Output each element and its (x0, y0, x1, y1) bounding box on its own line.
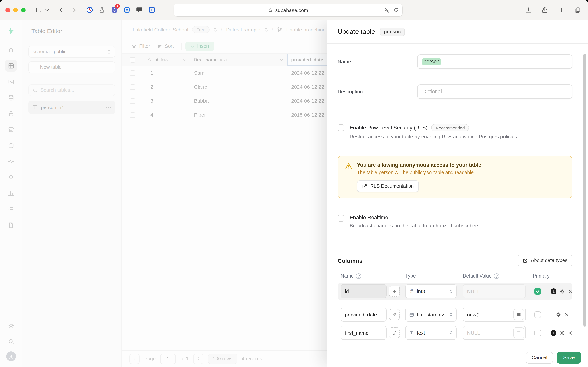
column-header-id[interactable]: id int8 (143, 54, 190, 66)
select-all-checkbox[interactable] (130, 57, 135, 62)
row-checkbox[interactable] (130, 70, 135, 76)
nav-api-docs-icon[interactable] (5, 219, 17, 231)
extension-target-icon[interactable] (123, 6, 131, 14)
command-search-icon[interactable] (5, 335, 17, 347)
search-tables-input[interactable] (41, 87, 111, 93)
reload-icon[interactable] (393, 7, 399, 13)
tab-overview-icon[interactable] (572, 5, 583, 15)
close-window-button[interactable] (5, 8, 10, 12)
column-type-select[interactable]: timestamptz (405, 308, 457, 322)
foreign-key-link-icon[interactable] (389, 286, 400, 297)
remove-column-icon[interactable] (568, 289, 573, 294)
realtime-label[interactable]: Enable Realtime (350, 215, 388, 220)
default-value-menu-icon[interactable] (513, 309, 524, 320)
share-icon[interactable] (540, 5, 550, 15)
sidebar-toggle-icon[interactable] (34, 5, 43, 15)
settings-gear-icon[interactable] (5, 320, 17, 331)
chevron-down-icon[interactable] (182, 58, 186, 61)
table-name-input[interactable]: person (417, 54, 572, 69)
rls-documentation-button[interactable]: RLS Documentation (357, 180, 419, 192)
foreign-key-link-icon[interactable] (389, 309, 400, 320)
insert-button[interactable]: Insert (185, 42, 214, 51)
about-data-types-button[interactable]: About data types (518, 255, 572, 266)
extension-chat-icon[interactable] (135, 6, 143, 14)
extension-box-icon[interactable]: ♥ (110, 6, 118, 14)
nav-home-icon[interactable] (5, 44, 17, 56)
row-checkbox[interactable] (130, 112, 135, 118)
translate-icon[interactable] (383, 7, 389, 13)
breadcrumb-org[interactable]: Lakefield College School (133, 27, 188, 33)
column-name-input[interactable] (341, 326, 386, 340)
back-button[interactable] (56, 5, 66, 15)
default-value-menu-icon[interactable] (513, 327, 524, 338)
nav-database-icon[interactable] (5, 92, 17, 103)
column-settings-gear-icon[interactable] (559, 288, 565, 294)
nav-auth-icon[interactable] (5, 108, 17, 119)
column-header-first-name[interactable]: first_name text (190, 54, 287, 66)
user-avatar[interactable] (6, 351, 16, 361)
sort-button[interactable]: Sort (154, 42, 177, 51)
help-icon[interactable]: ? (356, 273, 361, 279)
column-settings-gear-icon[interactable] (559, 330, 565, 336)
save-button[interactable]: Save (557, 352, 581, 363)
nav-realtime-icon[interactable] (5, 156, 17, 167)
url-bar[interactable]: supabase.com (174, 4, 403, 16)
help-icon[interactable]: ? (494, 273, 499, 279)
new-table-button[interactable]: New table (28, 61, 115, 73)
primary-key-checkbox[interactable] (534, 311, 541, 318)
insert-label: Insert (197, 43, 209, 49)
rls-label[interactable]: Enable Row Level Security (RLS) (350, 125, 428, 131)
column-type-select[interactable]: # int8 (405, 284, 457, 298)
nav-storage-icon[interactable] (5, 124, 17, 135)
chevron-updown-icon[interactable] (264, 27, 268, 32)
realtime-checkbox[interactable] (337, 215, 344, 222)
nav-logs-icon[interactable] (5, 203, 17, 215)
chevron-down-icon[interactable] (280, 58, 283, 61)
filter-button[interactable]: Filter (128, 42, 154, 51)
description-input[interactable] (422, 89, 567, 94)
chevron-updown-icon[interactable] (213, 27, 217, 32)
primary-key-checkbox[interactable] (534, 288, 541, 295)
remove-column-icon[interactable] (568, 330, 573, 335)
window-scrollbar[interactable] (583, 54, 587, 326)
downloads-icon[interactable] (523, 5, 534, 15)
description-label: Description (337, 89, 417, 94)
column-name-input[interactable] (341, 284, 386, 298)
breadcrumb-project[interactable]: Dates Example (226, 27, 260, 33)
search-tables-field[interactable] (28, 84, 115, 96)
sidebar-item-person-table[interactable]: person (28, 101, 115, 114)
more-icon[interactable] (106, 107, 111, 108)
rows-per-page-select[interactable]: 100 rows (208, 354, 237, 364)
new-tab-icon[interactable] (556, 5, 566, 15)
schema-select[interactable]: schema: public (28, 46, 115, 58)
minimize-window-button[interactable] (13, 8, 18, 12)
nav-edge-functions-icon[interactable] (5, 140, 17, 151)
supabase-logo-icon[interactable] (5, 25, 17, 37)
nav-reports-icon[interactable] (5, 187, 17, 199)
nav-advisors-icon[interactable] (5, 171, 17, 183)
sidebar-chevron-icon[interactable] (43, 5, 50, 15)
nav-sql-editor-icon[interactable] (5, 76, 17, 87)
rls-checkbox[interactable] (337, 125, 344, 131)
row-checkbox[interactable] (130, 84, 135, 90)
row-checkbox[interactable] (130, 98, 135, 104)
primary-key-checkbox[interactable] (534, 330, 541, 336)
column-type-select[interactable]: T text (405, 326, 457, 340)
column-default-input[interactable] (463, 284, 526, 298)
prev-page-button[interactable] (129, 354, 140, 364)
enable-branching-button[interactable]: Enable branching (286, 27, 326, 33)
new-table-label: New table (40, 65, 62, 70)
remove-column-icon[interactable] (564, 312, 569, 317)
extension-clock-icon[interactable] (85, 6, 93, 14)
column-settings-gear-icon[interactable] (556, 312, 562, 317)
next-page-button[interactable] (193, 354, 203, 364)
zoom-window-button[interactable] (21, 8, 26, 12)
extension-reader-icon[interactable]: I (148, 6, 156, 14)
nav-table-editor-icon[interactable] (5, 60, 17, 72)
cancel-button[interactable]: Cancel (526, 352, 553, 363)
foreign-key-link-icon[interactable] (389, 327, 400, 338)
extension-flask-icon[interactable] (98, 6, 106, 14)
column-name-input[interactable] (341, 308, 386, 322)
page-number-input[interactable] (160, 354, 176, 364)
forward-button[interactable] (69, 5, 79, 15)
